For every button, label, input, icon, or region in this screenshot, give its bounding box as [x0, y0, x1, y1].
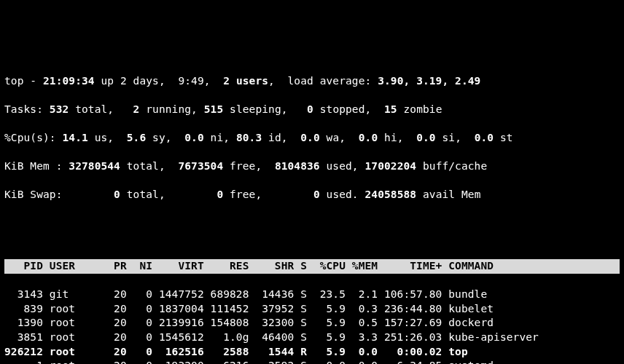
process-row[interactable]: 839 root 20 0 1837004 111452 37952 S 5.9… — [4, 302, 620, 317]
summary-line-cpu: %Cpu(s): 14.1 us, 5.6 sy, 0.0 ni, 80.3 i… — [4, 131, 620, 146]
process-list[interactable]: 3143 git 20 0 1447752 689828 14436 S 23.… — [4, 288, 620, 364]
process-row[interactable]: 3143 git 20 0 1447752 689828 14436 S 23.… — [4, 288, 620, 302]
process-row[interactable]: 3851 root 20 0 1545612 1.0g 46400 S 5.9 … — [4, 331, 620, 345]
top-summary: top - 21:09:34 up 2 days, 9:49, 2 users,… — [4, 60, 620, 216]
process-row[interactable]: 1390 root 20 0 2139916 154808 32300 S 5.… — [4, 316, 620, 331]
column-header[interactable]: PID USER PR NI VIRT RES SHR S %CPU %MEM … — [4, 259, 620, 274]
process-row[interactable]: 926212 root 20 0 162516 2588 1544 R 5.9 … — [4, 345, 620, 360]
summary-line-swap: KiB Swap: 0 total, 0 free, 0 used. 24058… — [4, 188, 620, 202]
summary-line-tasks: Tasks: 532 total, 2 running, 515 sleepin… — [4, 103, 620, 117]
blank-line — [4, 231, 620, 245]
summary-line-uptime: top - 21:09:34 up 2 days, 9:49, 2 users,… — [4, 74, 620, 89]
summary-line-mem: KiB Mem : 32780544 total, 7673504 free, … — [4, 159, 620, 174]
process-row[interactable]: 1 root 20 0 193200 6216 2592 S 0.0 0.0 6… — [4, 359, 620, 364]
